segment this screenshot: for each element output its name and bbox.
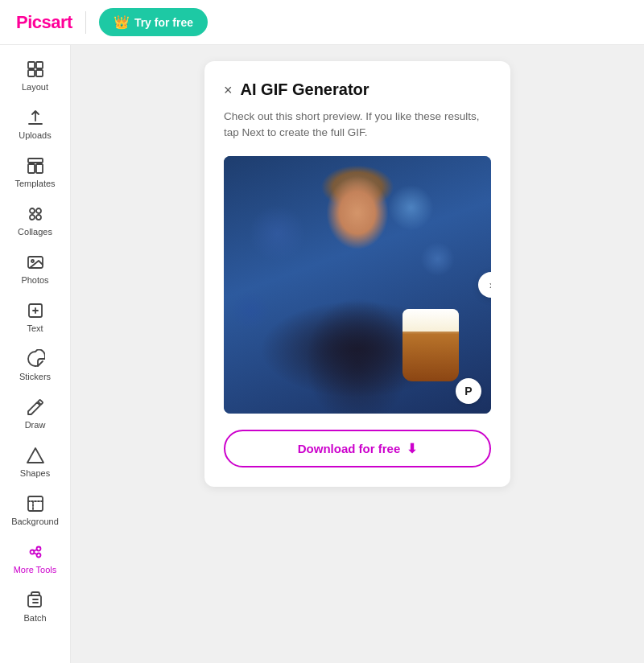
svg-rect-0 <box>28 62 35 68</box>
batch-icon <box>26 591 45 610</box>
download-icon: ⬇ <box>407 441 417 456</box>
sidebar-item-collages[interactable]: Collages <box>3 196 68 245</box>
download-label: Download for free <box>298 442 401 455</box>
download-button[interactable]: Download for free ⬇ <box>224 430 491 467</box>
crown-icon: 👑 <box>114 14 130 30</box>
sidebar-label-stickers: Stickers <box>19 372 51 381</box>
text-icon <box>26 301 45 320</box>
sidebar-label-layout: Layout <box>22 82 48 92</box>
svg-point-10 <box>36 215 41 220</box>
photos-icon <box>26 253 45 272</box>
sidebar-label-collages: Collages <box>18 227 52 237</box>
logo: Picsart <box>16 12 72 33</box>
sidebar-label-more-tools: More Tools <box>14 565 57 574</box>
background-icon <box>26 494 45 513</box>
panel-title: AI GIF Generator <box>241 80 369 99</box>
svg-point-7 <box>30 208 35 213</box>
svg-rect-2 <box>28 70 35 76</box>
header-divider <box>85 11 86 34</box>
preview-container: P › <box>224 156 491 414</box>
sidebar-label-templates: Templates <box>14 179 55 188</box>
svg-rect-3 <box>36 70 43 76</box>
sidebar-item-batch[interactable]: Batch <box>3 583 68 631</box>
svg-rect-4 <box>28 159 43 163</box>
uploads-icon <box>26 108 45 127</box>
sidebar-item-more-tools[interactable]: More Tools <box>3 534 68 583</box>
sidebar: Layout Uploads Templates <box>0 45 71 663</box>
svg-line-19 <box>34 550 37 551</box>
svg-rect-1 <box>36 62 43 68</box>
sidebar-item-shapes[interactable]: Shapes <box>3 438 68 486</box>
sidebar-label-batch: Batch <box>23 613 46 623</box>
sidebar-item-text[interactable]: Text <box>3 293 68 341</box>
shapes-icon <box>26 446 45 465</box>
templates-icon <box>26 156 45 175</box>
collages-icon <box>26 204 45 224</box>
sidebar-label-draw: Draw <box>25 420 46 430</box>
header: Picsart 👑 Try for free <box>0 0 644 45</box>
sidebar-label-photos: Photos <box>21 275 48 285</box>
sidebar-item-uploads[interactable]: Uploads <box>3 100 68 148</box>
sidebar-label-shapes: Shapes <box>20 468 50 478</box>
beer-mug-area <box>402 309 467 389</box>
svg-rect-6 <box>36 164 43 173</box>
sidebar-item-templates[interactable]: Templates <box>3 148 68 196</box>
close-button[interactable]: × <box>224 83 233 97</box>
svg-line-20 <box>34 553 37 554</box>
picsart-watermark: P <box>456 378 481 404</box>
preview-image: P <box>224 156 491 414</box>
beer-foam <box>402 309 459 332</box>
svg-rect-21 <box>28 595 41 607</box>
svg-point-12 <box>31 260 34 262</box>
panel-header: × AI GIF Generator <box>224 80 491 99</box>
svg-point-8 <box>36 208 41 213</box>
svg-rect-5 <box>28 164 35 173</box>
layout-icon <box>26 60 45 79</box>
content-area: × AI GIF Generator Check out this short … <box>71 45 644 663</box>
ai-gif-panel: × AI GIF Generator Check out this short … <box>204 61 510 487</box>
sidebar-item-background[interactable]: Background <box>3 486 68 534</box>
svg-point-9 <box>30 215 35 220</box>
sidebar-label-background: Background <box>11 517 59 526</box>
sidebar-item-draw[interactable]: Draw <box>3 389 68 438</box>
try-button-label: Try for free <box>134 16 193 29</box>
beer-mug <box>402 309 459 381</box>
panel-description: Check out this short preview. If you lik… <box>224 109 491 142</box>
svg-rect-15 <box>28 496 43 511</box>
more-tools-icon <box>26 542 45 562</box>
sidebar-label-text: Text <box>27 323 43 333</box>
sidebar-label-uploads: Uploads <box>19 130 51 140</box>
try-for-free-button[interactable]: 👑 Try for free <box>99 8 208 36</box>
sidebar-item-layout[interactable]: Layout <box>3 51 68 100</box>
draw-icon <box>26 397 45 417</box>
stickers-icon <box>26 349 45 369</box>
sidebar-item-stickers[interactable]: Stickers <box>3 341 68 389</box>
svg-marker-14 <box>27 448 43 463</box>
main-layout: Layout Uploads Templates <box>0 0 644 663</box>
sidebar-item-photos[interactable]: Photos <box>3 245 68 293</box>
